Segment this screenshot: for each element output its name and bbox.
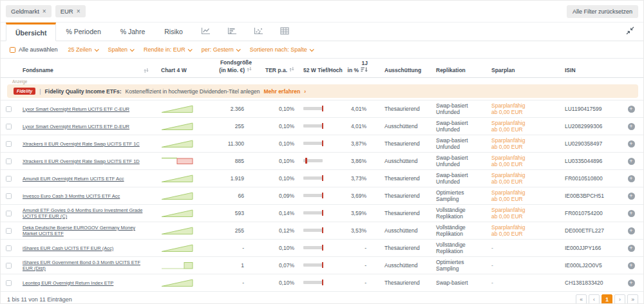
page-1-button[interactable]: 1 bbox=[601, 294, 612, 304]
sort-descending-icon[interactable] bbox=[361, 67, 368, 72]
fund-name-link[interactable]: Xtrackers II EUR Overnight Rate Swap UCI… bbox=[23, 141, 140, 147]
fund-size-value: 255 bbox=[207, 123, 257, 129]
table-row: Xtrackers II EUR Overnight Rate Swap UCI… bbox=[1, 153, 643, 170]
add-button[interactable]: + bbox=[628, 158, 635, 165]
add-button[interactable]: + bbox=[628, 123, 635, 130]
header-chart-4w: Chart 4 W bbox=[154, 68, 207, 74]
filter-chip-eur[interactable]: EUR × bbox=[55, 5, 86, 17]
select-all-checkbox[interactable] bbox=[10, 47, 15, 53]
row-checkbox[interactable] bbox=[6, 106, 12, 112]
fund-name-link[interactable]: Leonteq EUR Overnight Return Index ETP bbox=[23, 280, 113, 286]
sort-icon[interactable] bbox=[247, 66, 252, 72]
isin-value: CH1381833420 bbox=[558, 280, 620, 286]
fund-name-link[interactable]: Invesco Euro Cash 3 Months UCITS ETF Acc bbox=[23, 193, 120, 199]
add-button[interactable]: + bbox=[628, 245, 635, 252]
row-checkbox[interactable] bbox=[6, 193, 12, 199]
distribution-policy: Thesaurierend bbox=[375, 193, 432, 199]
row-checkbox[interactable] bbox=[6, 263, 12, 269]
reset-all-filters-button[interactable]: Alle Filter zurücksetzen bbox=[567, 5, 638, 18]
add-button[interactable]: + bbox=[628, 262, 635, 269]
52w-range-gauge bbox=[303, 175, 323, 181]
table-row: Lyxor Smart Overnight Return UCITS ETF D… bbox=[1, 118, 643, 135]
date-dropdown[interactable]: per: Gestern bbox=[202, 46, 240, 53]
tab-uebersicht[interactable]: Übersicht bbox=[6, 23, 56, 41]
chart-4w-sparkline bbox=[154, 138, 207, 149]
savings-plan-info: - bbox=[488, 245, 558, 251]
fund-name-link[interactable]: Lyxor Smart Overnight Return UCITS ETF D… bbox=[23, 124, 129, 129]
header-isin: ISIN bbox=[558, 68, 620, 74]
select-all-control[interactable]: Alle auswählen bbox=[10, 46, 58, 53]
add-button[interactable]: + bbox=[628, 106, 635, 113]
prev-page-button[interactable]: ‹ bbox=[589, 294, 600, 304]
ter-value: 0,14% bbox=[257, 210, 296, 216]
first-page-button[interactable]: « bbox=[576, 294, 587, 304]
fund-name-link[interactable]: Lyxor Smart Overnight Return UCITS ETF C… bbox=[23, 106, 129, 112]
ad-headline: Fidelity Quality Income ETFs: bbox=[45, 88, 122, 95]
row-checkbox[interactable] bbox=[6, 176, 12, 182]
header-fondsname: Fondsname bbox=[23, 68, 53, 74]
currency-dropdown[interactable]: Rendite in: EUR bbox=[144, 46, 191, 53]
savings-plan-info: Sparplanfähig ab 0,00 EUR bbox=[488, 155, 558, 167]
fund-name-link[interactable]: Xtrackers II EUR Overnight Rate Swap UCI… bbox=[23, 158, 140, 164]
tab-scatter-chart[interactable] bbox=[245, 23, 272, 41]
ter-value: 0,10% bbox=[257, 175, 296, 182]
columns-dropdown[interactable]: Spalten bbox=[108, 46, 134, 53]
add-button[interactable]: + bbox=[628, 193, 635, 200]
ad-banner[interactable]: Fidelity | Fidelity Quality Income ETFs:… bbox=[7, 84, 638, 98]
fund-size-value: 66 bbox=[207, 193, 257, 199]
tab-jahre[interactable]: % Jahre bbox=[111, 23, 155, 41]
filter-bar: Geldmarkt × EUR × Alle Filter zurücksetz… bbox=[1, 1, 643, 23]
add-button[interactable]: + bbox=[628, 175, 635, 182]
ter-value: 0,10% bbox=[257, 158, 296, 164]
sort-by-dropdown[interactable]: Sortieren nach: Spalte bbox=[250, 46, 313, 53]
last-page-button[interactable]: » bbox=[627, 294, 638, 304]
ad-cta-link[interactable]: Mehr erfahren bbox=[263, 88, 300, 95]
fund-size-value: 255 bbox=[207, 227, 257, 234]
tab-bar-chart[interactable] bbox=[219, 23, 245, 41]
ter-value: 0,10% bbox=[257, 245, 296, 251]
add-button[interactable]: + bbox=[628, 140, 635, 147]
collapse-view-button[interactable] bbox=[622, 23, 638, 41]
row-checkbox[interactable] bbox=[6, 141, 12, 147]
table-row: Xtrackers II EUR Overnight Rate Swap UCI… bbox=[1, 135, 643, 153]
1y-return-value: 3,73% bbox=[343, 175, 375, 182]
tab-table-grid[interactable] bbox=[272, 23, 298, 41]
row-checkbox[interactable] bbox=[6, 228, 12, 234]
rows-per-page-dropdown[interactable]: 25 Zeilen bbox=[68, 46, 98, 53]
replication-method: Vollständige Replikation bbox=[432, 224, 488, 237]
close-icon[interactable]: × bbox=[77, 9, 80, 14]
row-checkbox[interactable] bbox=[6, 124, 12, 129]
fund-name-link[interactable]: Deka Deutsche Boerse EUROGOV Germany Mon… bbox=[23, 225, 135, 236]
replication-method: Swap-basiert Unfunded bbox=[432, 120, 488, 133]
chart-4w-sparkline bbox=[154, 225, 207, 236]
sort-icon[interactable] bbox=[289, 66, 294, 72]
close-icon[interactable]: × bbox=[43, 9, 46, 14]
fund-name-link[interactable]: iShares EUR Cash UCITS ETF EUR (Acc) bbox=[23, 245, 113, 251]
ter-value: 0,10% bbox=[257, 123, 296, 129]
fund-name-link[interactable]: iShares EUR Government Bond 0-3 Month UC… bbox=[23, 260, 140, 271]
sort-icon[interactable] bbox=[144, 68, 149, 73]
chevron-down-icon bbox=[236, 47, 240, 52]
tab-perioden[interactable]: % Perioden bbox=[56, 23, 110, 41]
row-checkbox[interactable] bbox=[6, 211, 12, 216]
add-button[interactable]: + bbox=[628, 280, 635, 287]
filter-chip-geldmarkt[interactable]: Geldmarkt × bbox=[6, 5, 52, 17]
add-button[interactable]: + bbox=[628, 210, 635, 217]
chart-4w-sparkline bbox=[154, 260, 207, 271]
fund-size-value: 1 bbox=[207, 262, 257, 269]
tab-risiko[interactable]: Risiko bbox=[155, 23, 193, 41]
row-checkbox[interactable] bbox=[6, 245, 12, 251]
fund-name-link[interactable]: Amundi ETF Govies 0-6 Months Euro Invest… bbox=[23, 207, 142, 219]
header-replikation: Replikation bbox=[432, 68, 488, 74]
filter-chip-label: EUR bbox=[61, 8, 73, 15]
add-button[interactable]: + bbox=[628, 227, 635, 234]
fund-name-link[interactable]: Amundi EUR Overnight Return UCITS ETF Ac… bbox=[23, 176, 124, 182]
fund-size-value: - bbox=[207, 245, 257, 251]
row-checkbox[interactable] bbox=[6, 158, 12, 164]
next-page-button[interactable]: › bbox=[614, 294, 625, 304]
replication-method: Vollständige Replikation bbox=[432, 207, 488, 220]
fund-size-value: 593 bbox=[207, 210, 257, 216]
row-checkbox[interactable] bbox=[6, 280, 12, 286]
tab-line-chart[interactable] bbox=[193, 23, 219, 41]
savings-plan-info: Sparplanfähig ab 0,00 EUR bbox=[488, 137, 558, 150]
